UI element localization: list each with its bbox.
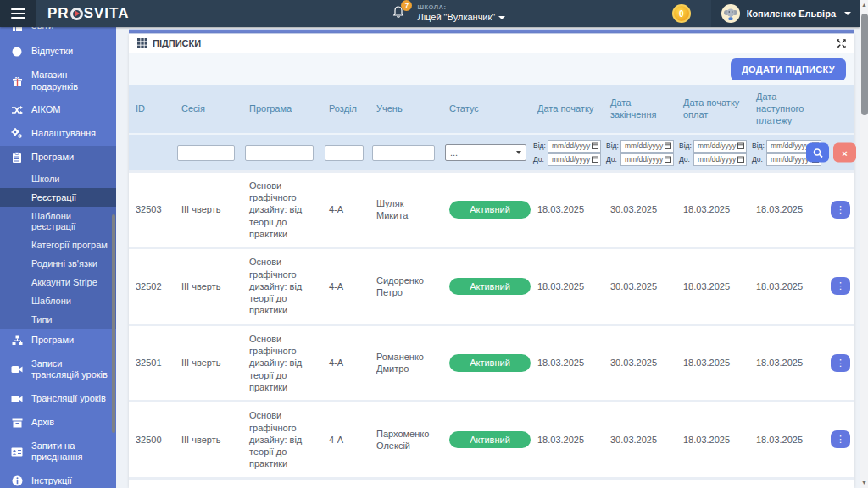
- cell-session: III чверть: [175, 324, 242, 401]
- expand-button[interactable]: [837, 39, 846, 48]
- status-badge: Активний: [449, 201, 531, 218]
- filter-start-from-date[interactable]: mm/dd/yyyy: [548, 140, 601, 152]
- menu-toggle-button[interactable]: [0, 0, 36, 27]
- sidebar-subitem-registrations[interactable]: Реєстрації: [0, 188, 116, 207]
- expand-arrows-icon: [837, 39, 846, 48]
- cell-start-date: 18.03.2025: [531, 402, 604, 478]
- cell-payment-start: 18.03.2025: [676, 248, 749, 324]
- sidebar-item-settings[interactable]: Налаштування: [0, 122, 116, 146]
- cell-next-payment: 18.03.2025: [749, 402, 824, 478]
- sidebar-subitem-program-categories[interactable]: Категорії програм: [0, 236, 116, 254]
- table-filter-row: ... Від: mm/dd/yyyy До: mm/dd/yyyy Від: …: [129, 134, 854, 171]
- logo-text-left: PR: [47, 5, 70, 22]
- cell-student: Сидоренко Петро: [370, 248, 442, 324]
- cell-end-date: 30.03.2025: [604, 478, 676, 488]
- hamburger-icon: [11, 6, 25, 21]
- sidebar-subitem-types[interactable]: Типи: [0, 310, 116, 329]
- cell-end-date: 30.03.2025: [604, 171, 676, 247]
- chevron-down-icon: [498, 16, 505, 19]
- search-button[interactable]: [806, 143, 829, 163]
- filter-paystart-to-date[interactable]: mm/dd/yyyy: [693, 153, 747, 166]
- row-actions-button[interactable]: ⋮: [831, 430, 850, 448]
- cell-payment-start: 18.03.2025: [676, 324, 749, 401]
- search-icon: [813, 147, 823, 158]
- cell-section: 4-А: [322, 248, 370, 324]
- sidebar-item-programs-2[interactable]: Програми: [0, 329, 116, 352]
- school-name: Ліцей "Вулканчик": [417, 12, 495, 22]
- sidebar-item-vacations[interactable]: Відпустки: [0, 40, 116, 64]
- app-logo[interactable]: PRSVITA: [47, 5, 129, 22]
- cell-next-payment: 18.03.2025: [749, 248, 824, 324]
- user-menu[interactable]: Копиленко Ельвіра: [711, 0, 860, 27]
- filter-section-input[interactable]: [325, 145, 364, 161]
- sidebar-item-lesson-recordings[interactable]: Записи трансляцій уроків: [0, 352, 116, 388]
- sidebar-subitem-schools[interactable]: Школи: [0, 169, 116, 188]
- sidebar-item-reports[interactable]: Звіти: [0, 27, 116, 40]
- sidebar-subitem-templates[interactable]: Шаблони: [0, 291, 116, 310]
- sidebar-item-aikom[interactable]: АІКОМ: [0, 98, 116, 122]
- chevron-down-icon: [844, 12, 851, 15]
- cell-id: 32500: [129, 402, 175, 478]
- row-actions-button[interactable]: ⋮: [831, 354, 850, 372]
- sidebar-subitem-registration-templates[interactable]: Шаблони реєстрації: [0, 207, 116, 236]
- row-actions-button[interactable]: ⋮: [831, 277, 850, 295]
- table-grid-icon: [137, 38, 147, 48]
- user-name: Копиленко Ельвіра: [747, 8, 836, 19]
- table-header-row: ID Сесія Програма Розділ Учень Статус Да…: [129, 85, 854, 134]
- cell-section: 4-А: [322, 171, 370, 247]
- filter-status-select[interactable]: ...: [445, 144, 526, 161]
- cell-section: 4-А: [322, 324, 370, 401]
- table-row: 32501 III чверть Основи графічного дизай…: [129, 324, 854, 401]
- cell-next-payment: 18.03.2025: [749, 478, 824, 488]
- filter-end-to-date[interactable]: mm/dd/yyyy: [620, 153, 674, 166]
- filter-start-to-date[interactable]: mm/dd/yyyy: [548, 153, 601, 166]
- filter-end-from-date[interactable]: mm/dd/yyyy: [620, 140, 674, 152]
- sidebar-item-gift-shop[interactable]: Магазин подарунків: [0, 64, 116, 99]
- table-row: 32500 III чверть Основи графічного дизай…: [129, 402, 854, 478]
- col-status: Статус: [442, 85, 531, 134]
- table-row: 32503 III чверть Основи графічного дизай…: [129, 171, 854, 247]
- elephant-avatar-icon: [723, 6, 738, 21]
- sidebar-item-programs[interactable]: Програми: [0, 146, 116, 169]
- add-subscription-button[interactable]: ДОДАТИ ПІДПИСКУ: [731, 58, 846, 80]
- table-row: 32502 III чверть Основи графічного дизай…: [129, 248, 854, 324]
- school-selector[interactable]: ШКОЛА: Ліцей "Вулканчик": [417, 4, 505, 22]
- status-badge: Активний: [449, 431, 531, 448]
- scrollbar-thumb[interactable]: [861, 14, 868, 115]
- cell-session: III чверть: [175, 402, 242, 478]
- scroll-up-arrow[interactable]: ▲: [860, 0, 868, 10]
- sitemap-icon: [10, 336, 24, 346]
- filter-paystart-from-date[interactable]: mm/dd/yyyy: [693, 140, 747, 152]
- circle-icon: [10, 47, 24, 57]
- filter-student-input[interactable]: [372, 145, 435, 161]
- subscriptions-table: ID Сесія Програма Розділ Учень Статус Да…: [129, 85, 854, 488]
- cell-program: Основи графічного дизайну: від теорії до…: [242, 402, 322, 478]
- col-start-date: Дата початку: [531, 85, 604, 134]
- cell-payment-start: 18.03.2025: [676, 402, 749, 478]
- filter-program-input[interactable]: [245, 145, 314, 161]
- col-actions: [824, 85, 854, 134]
- sidebar: Звіти Відпустки Магазин подарунків АІКОМ…: [0, 27, 116, 488]
- logo-text-right: SVITA: [84, 5, 130, 22]
- sidebar-item-archive[interactable]: Архів: [0, 411, 116, 435]
- sidebar-item-join-requests[interactable]: Запити на приєднання: [0, 435, 116, 470]
- filter-session-input[interactable]: [177, 145, 235, 161]
- cell-section: 4-А: [322, 402, 370, 478]
- col-session: Сесія: [175, 85, 242, 134]
- gears-icon: [10, 128, 24, 139]
- sidebar-subitem-family-relations[interactable]: Родинні зв'язки: [0, 254, 116, 273]
- clear-filters-button[interactable]: ×: [833, 143, 856, 163]
- col-student: Учень: [370, 85, 442, 134]
- cell-student: Романенко Дмитро: [370, 324, 442, 401]
- col-program: Програма: [242, 85, 322, 134]
- sidebar-scrollbar-thumb[interactable]: [112, 214, 115, 433]
- page-scrollbar[interactable]: ▲ ▼: [860, 0, 868, 488]
- sidebar-item-lesson-broadcasts[interactable]: Трансляції уроків: [0, 387, 116, 411]
- scroll-down-arrow[interactable]: ▼: [860, 478, 868, 488]
- notifications-button[interactable]: 7: [392, 5, 405, 22]
- sidebar-subitem-stripe-accounts[interactable]: Аккаунти Stripe: [0, 273, 116, 291]
- coins-balance[interactable]: 0: [672, 4, 691, 23]
- sidebar-item-instructions[interactable]: Інструкції: [0, 469, 116, 488]
- status-badge: Активний: [449, 354, 531, 371]
- row-actions-button[interactable]: ⋮: [831, 201, 850, 219]
